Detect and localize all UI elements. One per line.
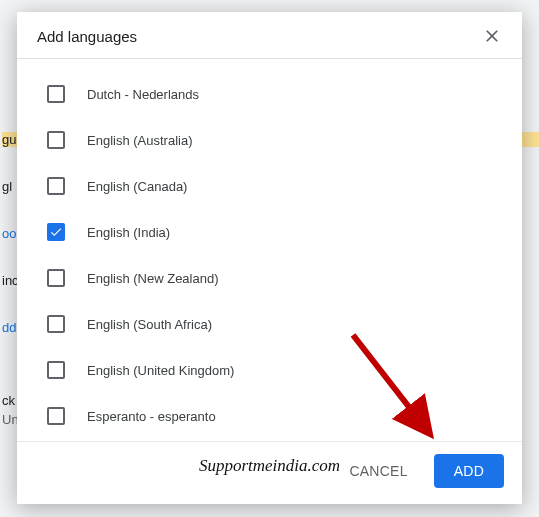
language-checkbox[interactable]	[47, 361, 65, 379]
language-checkbox[interactable]	[47, 177, 65, 195]
language-label: English (South Africa)	[87, 317, 212, 332]
close-icon[interactable]	[482, 26, 502, 46]
language-row[interactable]: English (Australia)	[47, 117, 512, 163]
language-checkbox[interactable]	[47, 269, 65, 287]
language-checkbox[interactable]	[47, 131, 65, 149]
language-row[interactable]: Dutch - Nederlands	[47, 71, 512, 117]
language-row[interactable]: English (United Kingdom)	[47, 347, 512, 393]
add-languages-dialog: Add languages Dutch - NederlandsEnglish …	[17, 12, 522, 504]
language-checkbox[interactable]	[47, 315, 65, 333]
language-label: English (New Zealand)	[87, 271, 219, 286]
language-label: English (India)	[87, 225, 170, 240]
language-list[interactable]: Dutch - NederlandsEnglish (Australia)Eng…	[17, 59, 522, 441]
language-checkbox[interactable]	[47, 407, 65, 425]
language-label: Esperanto - esperanto	[87, 409, 216, 424]
language-label: English (Australia)	[87, 133, 193, 148]
language-row[interactable]: English (Canada)	[47, 163, 512, 209]
language-checkbox[interactable]	[47, 223, 65, 241]
add-button[interactable]: ADD	[434, 454, 504, 488]
language-label: English (United Kingdom)	[87, 363, 234, 378]
language-label: Dutch - Nederlands	[87, 87, 199, 102]
language-row[interactable]: English (South Africa)	[47, 301, 512, 347]
dialog-title: Add languages	[37, 28, 137, 45]
cancel-button[interactable]: CANCEL	[329, 454, 427, 488]
dialog-footer: Supportmeindia.com CANCEL ADD	[17, 441, 522, 504]
dialog-header: Add languages	[17, 12, 522, 58]
language-row[interactable]: English (New Zealand)	[47, 255, 512, 301]
language-checkbox[interactable]	[47, 85, 65, 103]
language-row[interactable]: English (India)	[47, 209, 512, 255]
language-row[interactable]: Esperanto - esperanto	[47, 393, 512, 439]
language-label: English (Canada)	[87, 179, 187, 194]
